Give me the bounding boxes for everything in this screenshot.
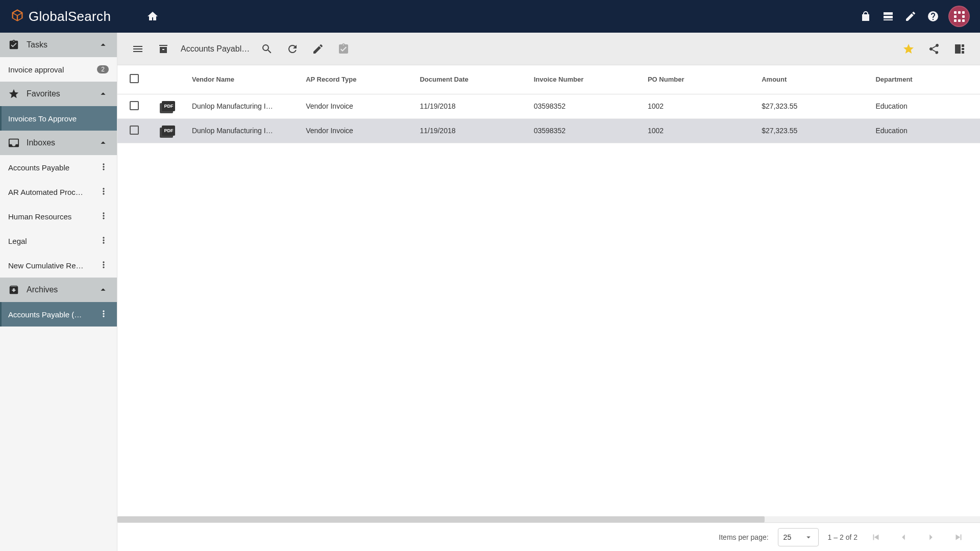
sidebar-item-label: Legal [8,237,27,245]
sidebar-item-label: AR Automated Process … [8,188,84,196]
chevron-up-icon [97,137,109,148]
assignment-button [333,39,354,59]
chevron-up-icon [97,39,109,51]
lock-icon[interactable] [854,5,877,28]
cell-vendor: Dunlop Manufacturing I… [186,118,300,143]
layout-button[interactable] [949,39,970,59]
brand-logo[interactable]: GlobalSearch [10,8,111,24]
sidebar-item-label: Human Resources [8,212,71,221]
tasks-icon [8,39,19,51]
sidebar-header-label: Archives [27,285,58,294]
document-type-icon[interactable]: PDF PDF [162,101,175,111]
pdf-icon: PDF [162,101,175,111]
table-header-row: Vendor Name AP Record Type Document Date… [117,65,980,94]
sidebar-header-favorites[interactable]: Favorites [0,82,117,106]
kebab-icon[interactable] [99,260,109,271]
favorite-toggle[interactable] [898,39,919,59]
refresh-icon [286,43,299,55]
col-po[interactable]: PO Number [642,65,755,94]
sidebar-item-new-cumulative[interactable]: New Cumulative Records [0,253,117,278]
first-page-button [867,528,885,546]
col-dept[interactable]: Department [869,65,980,94]
topbar: GlobalSearch [0,0,980,33]
cell-invoice: 03598352 [528,94,642,118]
sidebar-item-label: Invoice approval [8,65,64,74]
col-date[interactable]: Document Date [413,65,527,94]
layout-icon [953,43,966,55]
col-amount[interactable]: Amount [755,65,869,94]
chevron-down-icon [804,533,813,542]
edit-button[interactable] [308,39,328,59]
menu-button[interactable] [128,39,148,59]
compose-icon[interactable] [899,5,922,28]
kebab-icon[interactable] [99,186,109,198]
main: Accounts Payabl… [117,33,980,551]
table-row[interactable]: PDF PDF Dunlop Manufacturing I… Vendor I… [117,94,980,118]
brand-icon [10,8,24,24]
document-type-icon[interactable]: PDF PDF [162,126,175,136]
sidebar-item-invoice-approval[interactable]: Invoice approval 2 [0,57,117,82]
storage-icon[interactable] [877,5,899,28]
select-all-checkbox[interactable] [130,74,139,83]
badge-count: 2 [97,65,109,73]
sidebar-item-label: Accounts Payable (Wor… [8,310,84,319]
items-per-page-select[interactable]: 25 [778,528,819,546]
results-table: Vendor Name AP Record Type Document Date… [117,65,980,143]
sidebar-item-label: Accounts Payable [8,163,69,172]
toolbar: Accounts Payabl… [117,33,980,65]
kebab-icon[interactable] [99,235,109,247]
share-button[interactable] [924,39,944,59]
page-range: 1 – 2 of 2 [828,533,857,541]
sidebar-item-accounts-payable[interactable]: Accounts Payable [0,155,117,180]
cell-po: 1002 [642,118,755,143]
kebab-icon[interactable] [99,309,109,320]
search-refresh-button[interactable] [257,39,277,59]
cell-date: 11/19/2018 [413,118,527,143]
table-row[interactable]: PDF PDF Dunlop Manufacturing I… Vendor I… [117,118,980,143]
inbox-icon [8,137,19,148]
share-icon [928,43,940,55]
cell-dept: Education [869,118,980,143]
last-page-button [949,528,968,546]
avatar[interactable] [948,6,970,27]
cell-amount: $27,323.55 [755,94,869,118]
col-type[interactable]: AP Record Type [300,65,413,94]
help-icon[interactable] [922,5,944,28]
col-vendor[interactable]: Vendor Name [186,65,300,94]
row-checkbox[interactable] [130,101,139,110]
sidebar-header-tasks[interactable]: Tasks [0,33,117,57]
cell-type: Vendor Invoice [300,94,413,118]
items-per-page-label: Items per page: [719,533,768,541]
kebab-icon[interactable] [99,211,109,222]
chevron-up-icon [97,284,109,295]
sidebar-item-invoices-to-approve[interactable]: Invoices To Approve [0,106,117,131]
clipboard-check-icon [337,43,350,55]
archive-icon [8,284,19,295]
row-checkbox[interactable] [130,126,139,135]
kebab-icon[interactable] [99,162,109,173]
home-button[interactable] [141,5,164,28]
cell-amount: $27,323.55 [755,118,869,143]
refresh-button[interactable] [282,39,303,59]
star-filled-icon [902,43,915,55]
sidebar-header-archives[interactable]: Archives [0,278,117,302]
sidebar-item-accounts-payable-workflow[interactable]: Accounts Payable (Wor… [0,302,117,327]
cell-invoice: 03598352 [528,118,642,143]
prev-page-button [894,528,913,546]
sidebar-item-ar-automated[interactable]: AR Automated Process … [0,180,117,204]
sidebar-header-inboxes[interactable]: Inboxes [0,131,117,155]
items-per-page-value: 25 [783,533,792,541]
paginator: Items per page: 25 1 – 2 of 2 [117,522,980,551]
sidebar: Tasks Invoice approval 2 Favorites Invoi… [0,33,117,551]
scrollbar-thumb[interactable] [117,516,765,522]
sidebar-item-legal[interactable]: Legal [0,229,117,253]
cell-type: Vendor Invoice [300,118,413,143]
sidebar-header-label: Tasks [27,40,47,49]
sidebar-item-hr[interactable]: Human Resources [0,204,117,229]
col-invoice[interactable]: Invoice Number [528,65,642,94]
cell-vendor: Dunlop Manufacturing I… [186,94,300,118]
pencil-icon [312,43,324,55]
cell-dept: Education [869,94,980,118]
brand-name: GlobalSearch [29,9,111,24]
horizontal-scrollbar[interactable] [117,516,980,522]
